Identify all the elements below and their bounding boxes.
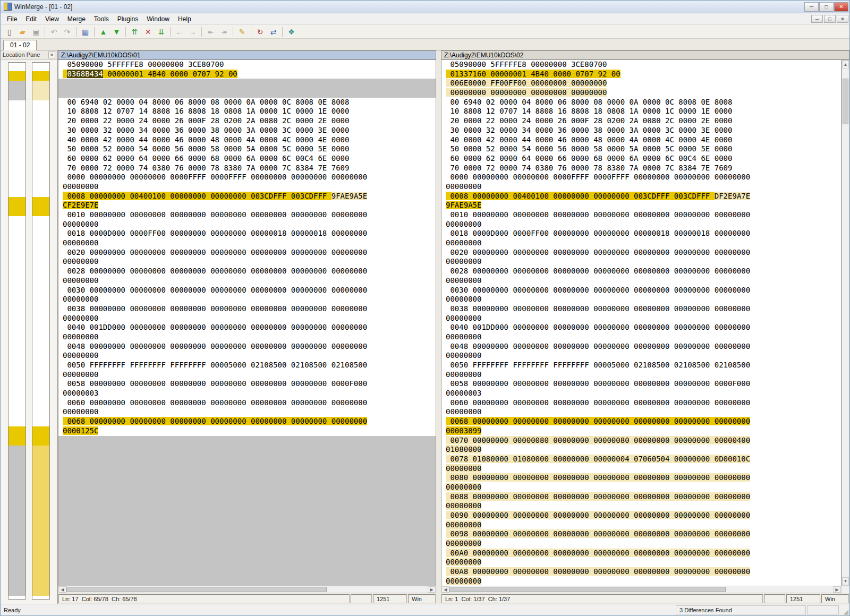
vertical-scrollbar[interactable]: ▲ ▼ [842, 60, 849, 586]
hex-line[interactable]: 60 0000 62 0000 64 0000 66 0000 68 0000 … [441, 154, 841, 164]
diff-marker[interactable] [8, 426, 26, 446]
undo-button[interactable]: ↶ [47, 25, 61, 38]
diff-marker[interactable] [8, 81, 26, 100]
hex-line[interactable]: 10 8808 12 0707 14 8808 16 8808 18 0808 … [441, 107, 841, 116]
pane-splitter[interactable] [436, 50, 441, 60]
hex-line[interactable]: 50 0000 52 0000 54 0000 56 0000 58 0000 … [58, 144, 436, 154]
next-difference-button[interactable]: ▼ [110, 25, 123, 38]
hex-line[interactable]: 00000000 [441, 370, 841, 380]
scroll-right-button[interactable]: ▶ [833, 586, 841, 593]
hex-editor-left[interactable]: 05090000 5FFFFFE8 00000000 3CE80700 0368… [58, 60, 436, 586]
hex-line[interactable]: 05090000 5FFFFFE8 00000000 3CE80700 [58, 60, 436, 70]
tab-01-02[interactable]: 01 - 02 [3, 40, 37, 50]
hex-line[interactable]: 00000000 [441, 464, 841, 474]
hex-line[interactable]: 0048 00000000 00000000 00000000 00000000… [441, 342, 841, 352]
hex-line[interactable]: 00000000 [441, 314, 841, 323]
scroll-up-button[interactable]: ▲ [842, 61, 849, 69]
hex-line[interactable]: 00000000 [58, 238, 436, 248]
hex-line[interactable]: 00000000 [441, 558, 841, 567]
location-bar-left[interactable] [8, 62, 26, 600]
new-file-button[interactable]: ▯ [3, 25, 16, 38]
hex-line[interactable]: 0020 00000000 00000000 00000000 00000000… [58, 248, 436, 258]
hex-line[interactable]: 00000000 [441, 520, 841, 530]
hex-editor-right[interactable]: 05090000 5FFFFFE8 00000000 3CE80700 0133… [441, 60, 842, 586]
hex-line[interactable]: 0078 01080000 01080000 00000000 00000004… [441, 455, 841, 464]
hex-line[interactable]: 00000000 [441, 483, 841, 492]
close-icon[interactable]: × [48, 52, 55, 58]
hex-line[interactable]: 0038 00000000 00000000 00000000 00000000… [58, 304, 436, 314]
hex-line[interactable]: 0060 00000000 00000000 00000000 00000000… [58, 398, 436, 408]
first-difference-button[interactable]: ⇈ [128, 25, 141, 38]
mdi-minimize-button[interactable]: ─ [811, 15, 823, 23]
menu-item-window[interactable]: Window [142, 14, 174, 24]
hex-line[interactable]: 00000000 [58, 332, 436, 342]
hex-line[interactable]: 0088 00000000 00000000 00000000 00000000… [441, 492, 841, 502]
hex-line[interactable]: 40 0000 42 0000 44 0000 46 0000 48 0000 … [441, 135, 841, 145]
menu-item-help[interactable]: Help [174, 14, 196, 24]
file-path-header-right[interactable]: Z:\Audigy2\EMU10kDOS\02 [441, 50, 849, 60]
hex-line[interactable]: 40 0000 42 0000 44 0000 46 0000 48 0000 … [58, 135, 436, 145]
hex-line[interactable]: 0080 00000000 00000000 00000000 00000000… [441, 473, 841, 483]
vertical-scroll-thumb[interactable] [843, 79, 848, 124]
current-difference-button[interactable]: ✕ [141, 25, 155, 38]
hex-line[interactable]: 0018 0000D000 0000FF00 00000000 00000000… [58, 229, 436, 238]
hex-line[interactable]: 0068 00000000 00000000 00000000 00000000… [58, 417, 436, 426]
hex-line[interactable]: 00A0 00000000 00000000 00000000 00000000… [441, 549, 841, 558]
hex-line[interactable]: 30 0000 32 0000 34 0000 36 0000 38 0000 … [441, 126, 841, 135]
hex-line[interactable]: 01080000 [441, 445, 841, 455]
hex-line[interactable]: 00000000 [58, 295, 436, 304]
horizontal-scrollbar-left[interactable]: ◀ ▶ [58, 586, 436, 593]
mdi-close-button[interactable]: ✕ [837, 15, 848, 23]
menu-item-merge[interactable]: Merge [63, 14, 90, 24]
horizontal-scroll-thumb[interactable] [449, 587, 726, 592]
swap-panes-button[interactable]: ⇄ [267, 25, 280, 38]
vertical-scroll-track[interactable] [842, 69, 849, 577]
scroll-right-button[interactable]: ▶ [428, 586, 436, 593]
hex-line[interactable]: 0058 00000000 00000000 00000000 00000000… [58, 379, 436, 389]
horizontal-scrollbar-right[interactable]: ◀ ▶ [441, 586, 842, 593]
auto-merge-button[interactable]: ✎ [235, 25, 249, 38]
hex-line[interactable]: 00000000 [441, 332, 841, 342]
menu-item-file[interactable]: File [3, 14, 21, 24]
horizontal-scroll-track[interactable] [66, 586, 428, 593]
hex-line[interactable]: 20 0000 22 0000 24 0000 26 000F 28 0200 … [58, 116, 436, 126]
hex-line[interactable]: 0090 00000000 00000000 00000000 00000000… [441, 511, 841, 520]
hex-line[interactable]: 50 0000 52 0000 54 0000 56 0000 58 0000 … [441, 144, 841, 154]
close-button[interactable]: ✕ [834, 2, 848, 12]
hex-line[interactable]: 00000000 [58, 220, 436, 229]
hex-line[interactable]: 00000000 [441, 295, 841, 304]
hex-line[interactable]: 0070 00000000 00000080 00000000 00000080… [441, 436, 841, 446]
copy-to-right-button[interactable]: → [186, 25, 199, 38]
hex-line[interactable]: CF2E9E7E [58, 201, 436, 210]
diff-marker[interactable] [32, 71, 49, 81]
hex-line[interactable]: 0028 00000000 00000000 00000000 00000000… [441, 267, 841, 276]
hex-line[interactable]: 70 0000 72 0000 74 0380 76 0000 78 8380 … [58, 164, 436, 173]
plugins-button[interactable]: ❖ [285, 25, 298, 38]
menu-item-edit[interactable]: Edit [21, 14, 41, 24]
hex-line[interactable]: 00000000 [441, 276, 841, 286]
hex-line[interactable]: 0010 00000000 00000000 00000000 00000000… [58, 210, 436, 220]
maximize-button[interactable]: □ [819, 2, 834, 12]
location-bar-right[interactable] [32, 62, 50, 600]
refresh-button[interactable]: ↻ [253, 25, 267, 38]
minimize-button[interactable]: ─ [804, 2, 819, 12]
hex-line[interactable]: 00000000 [441, 351, 841, 361]
hex-line[interactable]: 0368B434 00000001 4B40 0000 0707 92 00 [58, 70, 436, 79]
scroll-down-button[interactable]: ▼ [842, 577, 849, 585]
hex-line[interactable]: 0050 FFFFFFFF FFFFFFFF FFFFFFFF 00005000… [441, 361, 841, 370]
diff-marker[interactable] [8, 197, 26, 216]
menu-item-tools[interactable]: Tools [90, 14, 113, 24]
copy-to-left-button[interactable]: ← [173, 25, 186, 38]
diff-marker[interactable] [8, 71, 26, 81]
diff-marker[interactable] [8, 446, 26, 596]
horizontal-scroll-track[interactable] [449, 586, 833, 593]
hex-line[interactable]: 0048 00000000 00000000 00000000 00000000… [58, 342, 436, 352]
menu-item-view[interactable]: View [41, 14, 63, 24]
diff-marker[interactable] [32, 426, 49, 446]
hex-line[interactable]: 0040 001DD000 00000000 00000000 00000000… [441, 323, 841, 332]
hex-line[interactable]: 00000000 [441, 501, 841, 511]
hex-line[interactable]: 00000000 [441, 407, 841, 417]
view-options-button[interactable]: ▦ [79, 25, 92, 38]
hex-line[interactable]: 0038 00000000 00000000 00000000 00000000… [441, 304, 841, 314]
horizontal-scroll-thumb[interactable] [66, 587, 327, 592]
